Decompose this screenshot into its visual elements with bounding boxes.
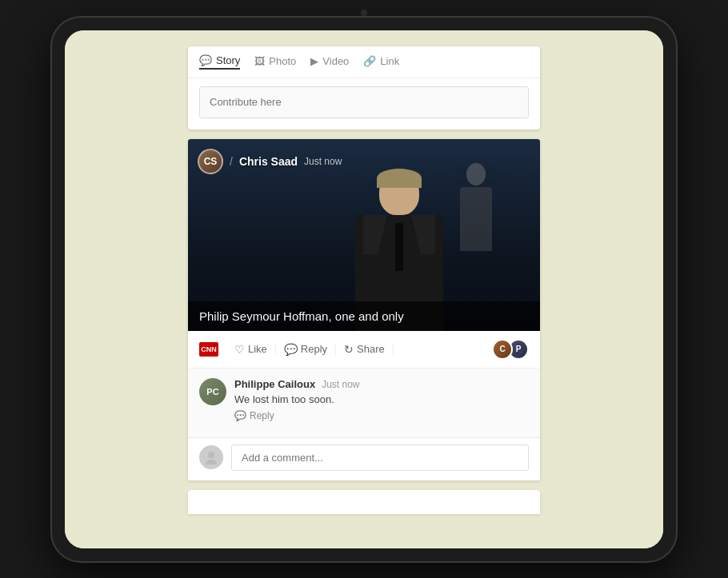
avatar-stack: C P xyxy=(492,339,529,360)
add-comment-row xyxy=(188,437,540,480)
contribute-card: 💬 Story 🖼 Photo ▶ Video 🔗 Link xyxy=(188,46,540,130)
person-head xyxy=(379,169,419,215)
lapel-left xyxy=(363,215,387,255)
comment-section: PC Philippe Cailoux Just now We lost him… xyxy=(188,369,540,437)
person-hair xyxy=(377,169,422,188)
post-time: Just now xyxy=(304,156,342,167)
post-image-container: CS / Chris Saad Just now Philip Seymour … xyxy=(188,139,540,331)
add-comment-input[interactable] xyxy=(231,444,529,471)
tab-photo[interactable]: 🖼 Photo xyxy=(254,55,296,69)
tab-story[interactable]: 💬 Story xyxy=(199,54,240,70)
author-info: Chris Saad Just now xyxy=(239,155,342,168)
divider: / xyxy=(230,155,233,168)
cnn-badge: CNN xyxy=(199,342,218,357)
comment-header: Philippe Cailoux Just now xyxy=(234,378,529,390)
comment-body: Philippe Cailoux Just now We lost him to… xyxy=(234,378,529,421)
camera xyxy=(361,10,367,16)
tab-bar: 💬 Story 🖼 Photo ▶ Video 🔗 Link xyxy=(188,46,540,78)
commenter-name: Philippe Cailoux xyxy=(234,378,315,390)
share-icon: ↻ xyxy=(344,343,354,356)
bottom-peek-card xyxy=(188,490,540,514)
tab-video[interactable]: ▶ Video xyxy=(310,55,349,69)
screen-content: 💬 Story 🖼 Photo ▶ Video 🔗 Link xyxy=(65,30,663,548)
device-frame: 💬 Story 🖼 Photo ▶ Video 🔗 Link xyxy=(52,18,676,561)
reply-icon: 💬 xyxy=(284,343,298,356)
comment-reply-button[interactable]: 💬 Reply xyxy=(234,410,529,421)
comment-text: We lost him too soon. xyxy=(234,393,529,407)
svg-point-0 xyxy=(208,452,214,458)
tab-link[interactable]: 🔗 Link xyxy=(363,55,399,69)
contribute-input-wrap xyxy=(188,78,540,130)
add-comment-avatar xyxy=(199,445,223,469)
comment-reply-icon: 💬 xyxy=(234,410,246,421)
share-button[interactable]: ↻ Share xyxy=(336,343,394,356)
story-icon: 💬 xyxy=(199,54,212,66)
comment-item: PC Philippe Cailoux Just now We lost him… xyxy=(199,378,529,421)
comment-time: Just now xyxy=(322,379,359,390)
photo-icon: 🖼 xyxy=(254,55,265,67)
like-icon: ♡ xyxy=(234,343,245,356)
device-screen: 💬 Story 🖼 Photo ▶ Video 🔗 Link xyxy=(65,30,663,548)
lapel-right xyxy=(411,215,435,255)
post-actions: CNN ♡ Like 💬 Reply ↻ Share C xyxy=(188,331,540,369)
link-icon: 🔗 xyxy=(363,55,376,67)
bg-person-body xyxy=(460,187,492,251)
stack-avatar-1: C xyxy=(492,339,513,360)
like-button[interactable]: ♡ Like xyxy=(226,343,276,356)
bg-person-head xyxy=(466,163,486,185)
author-name: Chris Saad xyxy=(239,155,298,168)
post-author: CS / Chris Saad Just now xyxy=(198,149,342,174)
reply-button[interactable]: 💬 Reply xyxy=(276,343,336,356)
video-icon: ▶ xyxy=(310,55,318,67)
bg-person xyxy=(460,163,492,251)
user-silhouette-icon xyxy=(204,450,218,464)
comment-avatar: PC xyxy=(199,378,226,405)
author-avatar: CS xyxy=(198,149,223,174)
person-tie xyxy=(395,223,403,271)
post-caption: Philip Seymour Hoffman, one and only xyxy=(188,301,540,331)
post-card: CS / Chris Saad Just now Philip Seymour … xyxy=(188,139,540,480)
contribute-input[interactable] xyxy=(199,86,529,118)
